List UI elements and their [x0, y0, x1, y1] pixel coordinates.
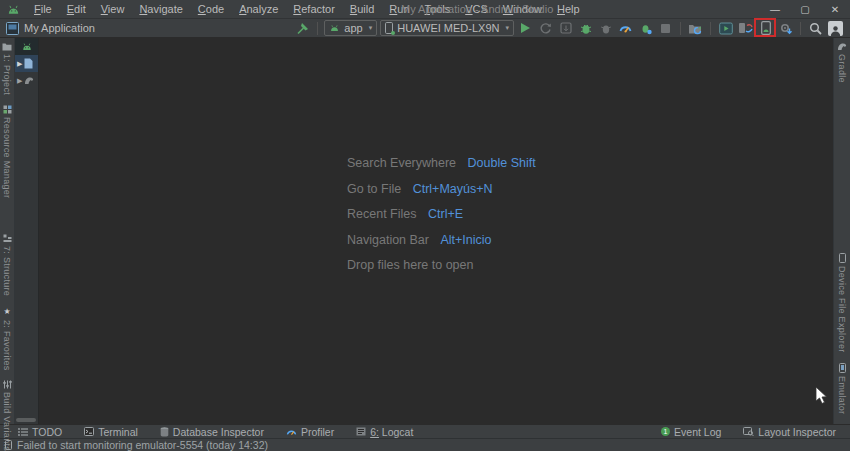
- toolwindow-label: TODO: [32, 426, 62, 438]
- menu-file[interactable]: File: [27, 2, 59, 16]
- toolwindow-project[interactable]: 1: Project: [2, 42, 12, 95]
- toolbar-separator: [800, 22, 801, 35]
- expand-arrow-icon[interactable]: ▶: [17, 77, 22, 85]
- toolwindow-todo[interactable]: TODO: [18, 426, 62, 438]
- shortcut-row: Recent Files Ctrl+E: [347, 207, 536, 221]
- run-config-label: app: [344, 22, 362, 34]
- user-avatar[interactable]: [827, 20, 844, 36]
- toolwindow-terminal[interactable]: Terminal: [84, 426, 138, 438]
- toolwindow-label: Profiler: [301, 426, 334, 438]
- status-bar: Failed to start monitoring emulator-5554…: [0, 438, 850, 451]
- apply-changes-icon: [537, 20, 554, 36]
- profiler-icon[interactable]: [617, 20, 634, 36]
- toolwindow-gradle[interactable]: Gradle: [837, 42, 847, 83]
- toolwindow-logcat[interactable]: 6: Logcat: [356, 426, 413, 438]
- toolwindow-label: 7: Structure: [2, 246, 12, 296]
- menu-navigate[interactable]: Navigate: [132, 2, 189, 16]
- attach-debugger-icon: [597, 20, 614, 36]
- profiler-gauge-icon: [286, 427, 297, 436]
- tree-item-app-module[interactable]: [15, 38, 38, 55]
- menu-edit[interactable]: Edit: [60, 2, 93, 16]
- toolwindow-label: Event Log: [674, 426, 721, 438]
- toolwindow-database-inspector[interactable]: Database Inspector: [160, 426, 264, 438]
- shortcut-row: Drop files here to open: [347, 258, 536, 272]
- menu-help[interactable]: Help: [550, 2, 587, 16]
- device-label: HUAWEI MED-LX9N: [397, 22, 499, 34]
- build-hammer-icon[interactable]: [294, 20, 311, 36]
- run-config-android-icon: [329, 24, 340, 32]
- toolwindow-label: Resource Manager: [2, 117, 12, 198]
- menu-build[interactable]: Build: [343, 2, 381, 16]
- run-configuration-select[interactable]: app ▾: [324, 20, 377, 36]
- device-manager-icon[interactable]: [757, 20, 774, 36]
- profile-low-overhead-icon[interactable]: [637, 20, 654, 36]
- toolwindow-emulator[interactable]: Emulator: [837, 363, 847, 414]
- window-controls: — ▢ ✕: [760, 0, 850, 19]
- shortcut-label: Drop files here to open: [347, 258, 473, 272]
- menu-view[interactable]: View: [94, 2, 132, 16]
- toolwindow-resource-manager[interactable]: Resource Manager: [2, 105, 12, 198]
- right-tool-stripe: Gradle Device File Explorer Emulator: [833, 38, 850, 424]
- stop-icon: [657, 20, 674, 36]
- device-pair-icon[interactable]: [737, 20, 754, 36]
- emulator-icon: [839, 363, 846, 373]
- shortcut-keys: Ctrl+Mayús+N: [413, 182, 493, 196]
- todo-icon: [18, 428, 28, 436]
- shortcut-row: Go to File Ctrl+Mayús+N: [347, 182, 536, 196]
- toolwindow-favorites[interactable]: ★ 2: Favorites: [2, 307, 12, 371]
- editor-area[interactable]: Search Everywhere Double Shift Go to Fil…: [39, 38, 833, 424]
- menu-code[interactable]: Code: [191, 2, 231, 16]
- avd-manager-icon[interactable]: [717, 20, 734, 36]
- chevron-down-icon: ▾: [369, 24, 373, 32]
- window-title: My Application - Android Studio: [401, 3, 553, 15]
- toolwindow-profiler[interactable]: Profiler: [286, 426, 334, 438]
- project-panel-collapsed[interactable]: ▶ ▶: [15, 38, 39, 424]
- maximize-button[interactable]: ▢: [790, 0, 820, 19]
- star-icon: ★: [3, 307, 10, 317]
- expand-arrow-icon[interactable]: ▶: [17, 60, 22, 68]
- device-file-explorer-icon: [839, 253, 846, 263]
- toolbar-separator: [680, 22, 681, 35]
- build-variants-icon: [3, 380, 12, 389]
- minimize-button[interactable]: —: [760, 0, 790, 19]
- sdk-manager-icon[interactable]: [777, 20, 794, 36]
- menu-analyze[interactable]: Analyze: [232, 2, 285, 16]
- toolwindow-label: Database Inspector: [173, 426, 264, 438]
- shortcut-keys: Alt+Inicio: [440, 233, 491, 247]
- toolwindow-label: Terminal: [98, 426, 138, 438]
- tree-item-gradle-scripts[interactable]: ▶: [15, 72, 38, 89]
- run-button[interactable]: [517, 20, 534, 36]
- horizontal-scrollbar[interactable]: [16, 418, 36, 422]
- logcat-icon: [356, 427, 366, 436]
- search-everywhere-icon[interactable]: [807, 20, 824, 36]
- tree-item-file[interactable]: ▶: [15, 55, 38, 72]
- menu-refactor[interactable]: Refactor: [286, 2, 342, 16]
- project-folder-icon: [2, 42, 12, 51]
- status-phone-icon: [5, 440, 12, 450]
- project-window-icon: [6, 22, 19, 35]
- status-message: Failed to start monitoring emulator-5554…: [17, 439, 268, 451]
- shortcut-row: Search Everywhere Double Shift: [347, 156, 536, 170]
- toolwindow-label: Gradle: [837, 54, 847, 83]
- title-bar: File Edit View Navigate Code Analyze Ref…: [0, 0, 850, 19]
- toolwindow-device-file-explorer[interactable]: Device File Explorer: [837, 253, 847, 353]
- toolwindow-structure[interactable]: 7: Structure: [2, 234, 12, 296]
- structure-icon: [3, 234, 12, 243]
- toolbar-separator: [317, 22, 318, 35]
- layout-inspector-button[interactable]: Layout Inspector: [743, 426, 836, 438]
- toolwindow-label: 2: Favorites: [2, 320, 12, 371]
- main-area: 1: Project Resource Manager 7: Structure…: [0, 38, 850, 424]
- shortcut-label: Recent Files: [347, 207, 416, 221]
- toolwindow-label: Layout Inspector: [758, 426, 836, 438]
- event-log-button[interactable]: 1 Event Log: [661, 426, 721, 438]
- device-select[interactable]: HUAWEI MED-LX9N ▾: [380, 20, 514, 36]
- project-name: My Application: [24, 22, 95, 34]
- breadcrumb[interactable]: My Application: [6, 22, 95, 35]
- terminal-icon: [84, 427, 94, 436]
- close-button[interactable]: ✕: [820, 0, 850, 19]
- debug-icon[interactable]: [577, 20, 594, 36]
- chevron-down-icon: ▾: [505, 24, 509, 32]
- sync-gradle-icon[interactable]: [687, 20, 704, 36]
- shortcut-label: Search Everywhere: [347, 156, 456, 170]
- shortcut-keys: Ctrl+E: [428, 207, 463, 221]
